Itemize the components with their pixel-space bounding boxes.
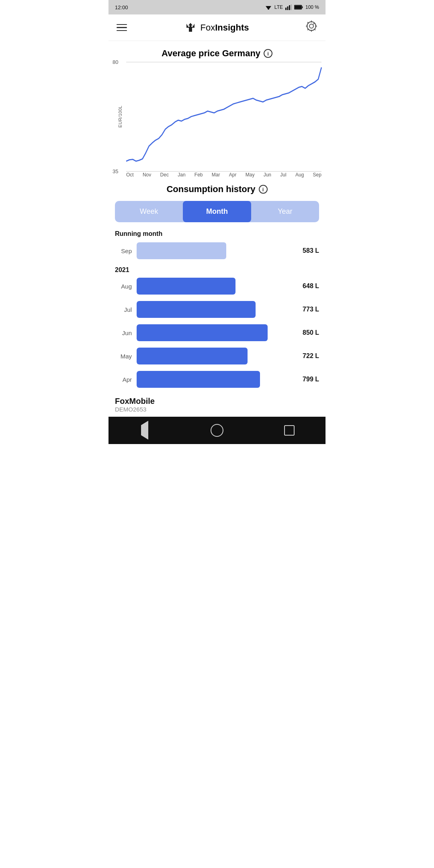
status-bar: 12:00 LTE 100 % — [108, 0, 326, 14]
consumption-info-button[interactable]: i — [259, 185, 268, 194]
bar-row-apr: Apr 799 L — [108, 368, 326, 391]
bar-fill-may — [137, 348, 248, 364]
brand-name: FoxMobile — [115, 397, 319, 406]
svg-rect-6 — [291, 4, 292, 10]
bar-row-may: May 722 L — [108, 344, 326, 368]
menu-button[interactable] — [117, 24, 127, 31]
y-axis-label: EUR/100L — [118, 106, 123, 128]
home-button[interactable] — [209, 422, 225, 438]
consumption-section: Consumption history i Week Month Year Ru… — [108, 173, 326, 391]
grid-line-top: 80 — [126, 62, 321, 62]
battery-icon — [294, 5, 303, 10]
fox-icon — [183, 20, 198, 35]
bar-fill-sep — [137, 242, 226, 259]
status-right: LTE 100 % — [265, 4, 319, 10]
y-label-80: 80 — [113, 59, 118, 65]
x-axis-labels: Oct Nov Dec Jan Feb Mar Apr May Jun Jul … — [126, 171, 321, 178]
svg-point-16 — [307, 22, 316, 31]
main-content: Average price Germany i EUR/100L 80 35 O… — [108, 41, 326, 417]
tab-month[interactable]: Month — [183, 201, 251, 222]
bar-fill-apr — [137, 371, 260, 388]
app-logo: FoxInsights — [183, 20, 249, 35]
brand-sub: DEMO2653 — [115, 406, 319, 413]
footer-branding: FoxMobile DEMO2653 — [108, 391, 326, 417]
bar-row-jul: Jul 773 L — [108, 298, 326, 321]
bar-row-aug: Aug 648 L — [108, 274, 326, 298]
consumption-title: Consumption history i — [108, 177, 326, 196]
year-label-2021: 2021 — [108, 262, 326, 274]
bar-value-apr: 799 L — [296, 376, 319, 383]
bar-label-jul: Jul — [115, 306, 132, 313]
settings-button[interactable] — [305, 20, 317, 35]
bar-value-sep: 583 L — [296, 247, 319, 254]
status-time: 12:00 — [115, 4, 128, 10]
svg-point-13 — [188, 25, 190, 27]
svg-rect-4 — [287, 6, 288, 10]
bar-row-sep: Sep 583 L — [108, 239, 326, 262]
price-chart-title: Average price Germany i — [108, 41, 326, 60]
bar-label-sep: Sep — [115, 248, 132, 254]
svg-point-14 — [191, 25, 193, 27]
price-line-chart — [126, 62, 321, 171]
svg-rect-9 — [295, 6, 301, 9]
svg-rect-8 — [302, 6, 303, 8]
grid-line-bottom: 35 — [126, 171, 321, 172]
bar-value-may: 722 L — [296, 352, 319, 360]
svg-rect-5 — [289, 5, 290, 10]
app-header: FoxInsights — [108, 14, 326, 41]
battery-label: 100 % — [305, 4, 319, 10]
chart-area: 80 35 — [126, 62, 321, 171]
back-button[interactable] — [137, 422, 153, 438]
y-label-35: 35 — [113, 168, 118, 174]
bar-value-jun: 850 L — [296, 329, 319, 336]
bar-fill-jul — [137, 301, 256, 318]
price-chart: EUR/100L 80 35 Oct Nov Dec Jan Feb Mar A… — [108, 60, 326, 173]
logo-text: FoxInsights — [200, 23, 249, 33]
tab-year[interactable]: Year — [251, 201, 319, 222]
bar-label-apr: Apr — [115, 376, 132, 383]
bar-row-jun: Jun 850 L — [108, 321, 326, 344]
bar-label-jun: Jun — [115, 330, 132, 336]
bar-label-aug: Aug — [115, 283, 132, 290]
bar-track-may — [137, 348, 291, 364]
bar-track-sep — [137, 242, 291, 259]
svg-rect-3 — [285, 8, 287, 10]
svg-rect-2 — [268, 9, 269, 10]
bar-fill-aug — [137, 278, 235, 295]
recents-button[interactable] — [281, 422, 297, 438]
bar-track-apr — [137, 371, 291, 388]
wifi-icon — [265, 4, 272, 10]
running-month-label: Running month — [108, 227, 326, 239]
tab-week[interactable]: Week — [115, 201, 183, 222]
lte-label: LTE — [274, 4, 283, 10]
nav-bar — [108, 417, 326, 444]
bar-fill-jun — [137, 324, 268, 341]
svg-point-15 — [309, 24, 313, 28]
price-chart-info-button[interactable]: i — [264, 49, 272, 58]
bar-value-aug: 648 L — [296, 283, 319, 290]
bar-track-aug — [137, 278, 291, 295]
signal-icon — [285, 4, 292, 10]
bar-track-jul — [137, 301, 291, 318]
bar-value-jul: 773 L — [296, 306, 319, 313]
bar-track-jun — [137, 324, 291, 341]
bar-label-may: May — [115, 353, 132, 360]
period-tab-bar: Week Month Year — [115, 201, 319, 222]
